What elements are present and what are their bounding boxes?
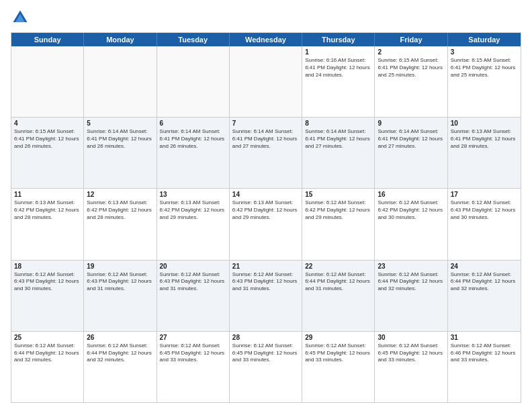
calendar-cell-31: 31Sunrise: 6:12 AM Sunset: 6:46 PM Dayli… [448, 332, 521, 402]
cell-info: Sunrise: 6:12 AM Sunset: 6:43 PM Dayligh… [160, 271, 226, 293]
calendar-cell-empty-3 [230, 46, 302, 117]
cell-info: Sunrise: 6:13 AM Sunset: 6:42 PM Dayligh… [87, 199, 153, 221]
calendar-cell-22: 22Sunrise: 6:12 AM Sunset: 6:44 PM Dayli… [302, 261, 375, 331]
cell-info: Sunrise: 6:12 AM Sunset: 6:42 PM Dayligh… [305, 199, 371, 221]
cell-info: Sunrise: 6:12 AM Sunset: 6:45 PM Dayligh… [305, 342, 371, 364]
calendar-cell-4: 4Sunrise: 6:15 AM Sunset: 6:41 PM Daylig… [11, 118, 84, 188]
calendar-cell-23: 23Sunrise: 6:12 AM Sunset: 6:44 PM Dayli… [375, 261, 447, 331]
cell-info: Sunrise: 6:13 AM Sunset: 6:42 PM Dayligh… [14, 199, 81, 221]
day-number: 18 [14, 263, 81, 270]
day-number: 14 [232, 191, 299, 198]
week-row-4: 25Sunrise: 6:12 AM Sunset: 6:44 PM Dayli… [11, 332, 521, 402]
day-number: 5 [87, 120, 153, 127]
cell-info: Sunrise: 6:12 AM Sunset: 6:43 PM Dayligh… [451, 199, 518, 221]
calendar-cell-14: 14Sunrise: 6:13 AM Sunset: 6:42 PM Dayli… [230, 189, 302, 259]
day-number: 15 [305, 191, 371, 198]
cell-info: Sunrise: 6:13 AM Sunset: 6:41 PM Dayligh… [451, 128, 518, 150]
cell-info: Sunrise: 6:12 AM Sunset: 6:44 PM Dayligh… [14, 342, 81, 364]
day-number: 26 [87, 334, 153, 341]
cell-info: Sunrise: 6:13 AM Sunset: 6:42 PM Dayligh… [160, 199, 226, 221]
calendar-cell-15: 15Sunrise: 6:12 AM Sunset: 6:42 PM Dayli… [302, 189, 375, 259]
day-number: 3 [451, 48, 518, 56]
calendar-cell-1: 1Sunrise: 6:16 AM Sunset: 6:41 PM Daylig… [302, 46, 375, 117]
calendar-cell-7: 7Sunrise: 6:14 AM Sunset: 6:41 PM Daylig… [230, 118, 302, 188]
calendar-cell-21: 21Sunrise: 6:12 AM Sunset: 6:43 PM Dayli… [230, 261, 302, 331]
cell-info: Sunrise: 6:12 AM Sunset: 6:44 PM Dayligh… [451, 271, 518, 293]
calendar-cell-28: 28Sunrise: 6:12 AM Sunset: 6:45 PM Dayli… [230, 332, 302, 402]
cell-info: Sunrise: 6:15 AM Sunset: 6:41 PM Dayligh… [451, 57, 518, 79]
day-number: 28 [232, 334, 299, 341]
day-header-tuesday: Tuesday [157, 33, 230, 46]
page: SundayMondayTuesdayWednesdayThursdayFrid… [0, 0, 532, 411]
cell-info: Sunrise: 6:14 AM Sunset: 6:41 PM Dayligh… [232, 128, 299, 150]
cell-info: Sunrise: 6:12 AM Sunset: 6:46 PM Dayligh… [451, 342, 518, 364]
day-number: 20 [160, 263, 226, 270]
calendar-cell-18: 18Sunrise: 6:12 AM Sunset: 6:43 PM Dayli… [11, 261, 84, 331]
day-number: 17 [451, 191, 518, 198]
day-header-thursday: Thursday [302, 33, 375, 46]
day-number: 8 [305, 120, 371, 127]
day-header-monday: Monday [84, 33, 157, 46]
calendar-cell-3: 3Sunrise: 6:15 AM Sunset: 6:41 PM Daylig… [448, 46, 521, 117]
week-row-3: 18Sunrise: 6:12 AM Sunset: 6:43 PM Dayli… [11, 261, 521, 332]
cell-info: Sunrise: 6:12 AM Sunset: 6:44 PM Dayligh… [305, 271, 371, 293]
day-number: 19 [87, 263, 153, 270]
calendar-cell-9: 9Sunrise: 6:14 AM Sunset: 6:41 PM Daylig… [375, 118, 447, 188]
calendar: SundayMondayTuesdayWednesdayThursdayFrid… [11, 32, 521, 403]
day-number: 9 [378, 120, 444, 127]
calendar-cell-27: 27Sunrise: 6:12 AM Sunset: 6:45 PM Dayli… [157, 332, 230, 402]
calendar-cell-12: 12Sunrise: 6:13 AM Sunset: 6:42 PM Dayli… [84, 189, 157, 259]
day-number: 13 [160, 191, 226, 198]
day-number: 11 [14, 191, 81, 198]
day-number: 2 [378, 48, 444, 56]
cell-info: Sunrise: 6:14 AM Sunset: 6:41 PM Dayligh… [87, 128, 153, 150]
cell-info: Sunrise: 6:12 AM Sunset: 6:45 PM Dayligh… [160, 342, 226, 364]
calendar-cell-empty-0 [11, 46, 84, 117]
day-number: 30 [378, 334, 444, 341]
logo-icon [11, 8, 30, 27]
day-number: 7 [232, 120, 299, 127]
day-number: 16 [378, 191, 444, 198]
cell-info: Sunrise: 6:12 AM Sunset: 6:43 PM Dayligh… [232, 271, 299, 293]
calendar-cell-19: 19Sunrise: 6:12 AM Sunset: 6:43 PM Dayli… [84, 261, 157, 331]
calendar-cell-30: 30Sunrise: 6:12 AM Sunset: 6:45 PM Dayli… [375, 332, 447, 402]
calendar-cell-10: 10Sunrise: 6:13 AM Sunset: 6:41 PM Dayli… [448, 118, 521, 188]
cell-info: Sunrise: 6:12 AM Sunset: 6:44 PM Dayligh… [378, 271, 444, 293]
logo [11, 8, 32, 27]
calendar-cell-2: 2Sunrise: 6:15 AM Sunset: 6:41 PM Daylig… [375, 46, 447, 117]
calendar-cell-20: 20Sunrise: 6:12 AM Sunset: 6:43 PM Dayli… [157, 261, 230, 331]
day-header-sunday: Sunday [11, 33, 84, 46]
calendar-cell-26: 26Sunrise: 6:12 AM Sunset: 6:44 PM Dayli… [84, 332, 157, 402]
cell-info: Sunrise: 6:14 AM Sunset: 6:41 PM Dayligh… [305, 128, 371, 150]
day-number: 4 [14, 120, 81, 127]
calendar-cell-25: 25Sunrise: 6:12 AM Sunset: 6:44 PM Dayli… [11, 332, 84, 402]
cell-info: Sunrise: 6:16 AM Sunset: 6:41 PM Dayligh… [305, 57, 371, 79]
cell-info: Sunrise: 6:13 AM Sunset: 6:42 PM Dayligh… [232, 199, 299, 221]
calendar-cell-empty-1 [84, 46, 157, 117]
day-number: 6 [160, 120, 226, 127]
calendar-cell-8: 8Sunrise: 6:14 AM Sunset: 6:41 PM Daylig… [302, 118, 375, 188]
day-number: 29 [305, 334, 371, 341]
cell-info: Sunrise: 6:12 AM Sunset: 6:43 PM Dayligh… [87, 271, 153, 293]
cell-info: Sunrise: 6:12 AM Sunset: 6:44 PM Dayligh… [87, 342, 153, 364]
day-header-wednesday: Wednesday [230, 33, 302, 46]
day-number: 12 [87, 191, 153, 198]
calendar-cell-29: 29Sunrise: 6:12 AM Sunset: 6:45 PM Dayli… [302, 332, 375, 402]
day-number: 27 [160, 334, 226, 341]
cell-info: Sunrise: 6:14 AM Sunset: 6:41 PM Dayligh… [378, 128, 444, 150]
day-header-friday: Friday [375, 33, 447, 46]
calendar-header-row: SundayMondayTuesdayWednesdayThursdayFrid… [11, 33, 521, 46]
day-number: 25 [14, 334, 81, 341]
calendar-cell-16: 16Sunrise: 6:12 AM Sunset: 6:42 PM Dayli… [375, 189, 447, 259]
calendar-cell-17: 17Sunrise: 6:12 AM Sunset: 6:43 PM Dayli… [448, 189, 521, 259]
header [11, 8, 521, 27]
day-number: 24 [451, 263, 518, 270]
week-row-1: 4Sunrise: 6:15 AM Sunset: 6:41 PM Daylig… [11, 118, 521, 189]
cell-info: Sunrise: 6:12 AM Sunset: 6:42 PM Dayligh… [378, 199, 444, 221]
day-number: 31 [451, 334, 518, 341]
calendar-cell-11: 11Sunrise: 6:13 AM Sunset: 6:42 PM Dayli… [11, 189, 84, 259]
calendar-cell-empty-2 [157, 46, 230, 117]
calendar-cell-5: 5Sunrise: 6:14 AM Sunset: 6:41 PM Daylig… [84, 118, 157, 188]
calendar-cell-6: 6Sunrise: 6:14 AM Sunset: 6:41 PM Daylig… [157, 118, 230, 188]
cell-info: Sunrise: 6:12 AM Sunset: 6:43 PM Dayligh… [14, 271, 81, 293]
